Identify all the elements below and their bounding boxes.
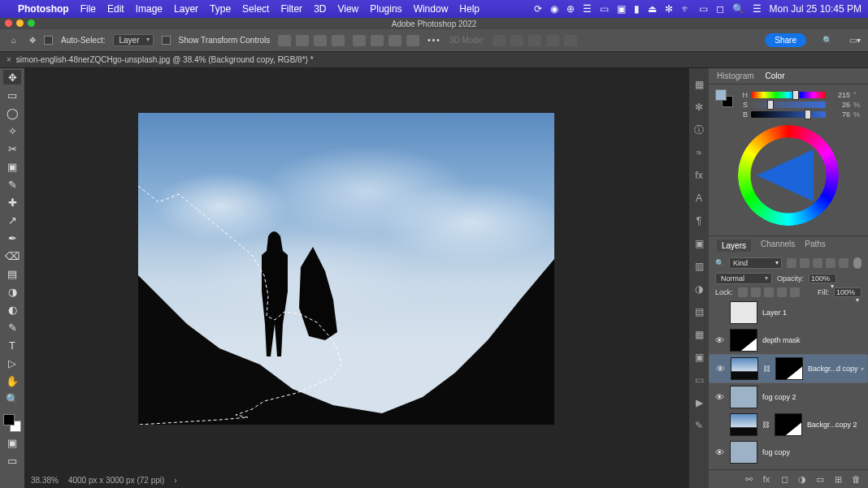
layer-thumbnail[interactable]: [730, 329, 757, 352]
layer-name[interactable]: Backgr...d copy: [808, 365, 862, 373]
filter-shape-icon[interactable]: [826, 258, 835, 268]
tab-histogram[interactable]: Histogram: [717, 71, 754, 80]
status-icon[interactable]: ✻: [665, 3, 673, 15]
layer-row[interactable]: Layer 1: [709, 299, 868, 326]
layer-name[interactable]: Layer 1: [762, 309, 863, 317]
minimize-window-button[interactable]: [16, 19, 24, 27]
panel-icon[interactable]: ▶: [692, 396, 705, 409]
marquee-tool[interactable]: ▭: [3, 88, 21, 102]
layer-thumbnail[interactable]: [731, 357, 758, 380]
align-right-icon[interactable]: [314, 35, 327, 46]
status-icon[interactable]: ☰: [583, 3, 592, 15]
eyedropper-tool[interactable]: ✎: [3, 177, 21, 192]
lock-transparent-icon[interactable]: [738, 287, 748, 297]
menu-plugins[interactable]: Plugins: [370, 3, 401, 15]
frame-tool[interactable]: ▣: [3, 159, 21, 174]
distribute-icon[interactable]: [353, 35, 366, 46]
layer-name[interactable]: depth mask: [762, 336, 863, 344]
quick-select-tool[interactable]: ✧: [3, 123, 21, 138]
layer-thumbnail[interactable]: [730, 413, 757, 436]
battery-icon[interactable]: ▭: [699, 3, 708, 15]
auto-select-checkbox[interactable]: [44, 36, 53, 45]
panel-icon[interactable]: ◑: [692, 283, 705, 296]
clock[interactable]: Mon Jul 25 10:45 PM: [770, 3, 861, 15]
workspace-switcher[interactable]: ▭▾: [848, 34, 861, 47]
mask-link-icon[interactable]: ⛓: [763, 365, 770, 373]
menu-layer[interactable]: Layer: [174, 3, 198, 15]
align-center-icon[interactable]: [296, 35, 309, 46]
layer-name[interactable]: fog copy 2: [762, 393, 863, 401]
gradient-tool[interactable]: ▤: [3, 266, 21, 281]
panel-icon[interactable]: ⓘ: [692, 123, 705, 136]
layer-name[interactable]: Backgr...copy 2: [807, 421, 863, 429]
lock-position-icon[interactable]: [764, 287, 774, 297]
status-icon[interactable]: ▭: [600, 3, 609, 15]
fx-icon[interactable]: fx: [761, 473, 772, 485]
hand-tool[interactable]: ✋: [3, 374, 21, 388]
share-button[interactable]: Share: [765, 33, 806, 47]
panel-icon[interactable]: ✻: [692, 101, 705, 114]
menu-select[interactable]: Select: [242, 3, 269, 15]
tab-color[interactable]: Color: [766, 71, 785, 80]
menu-view[interactable]: View: [337, 3, 358, 15]
visibility-toggle[interactable]: 👁: [714, 335, 725, 345]
layer-row[interactable]: ⛓Backgr...copy 2: [709, 411, 868, 438]
layer-thumbnail[interactable]: [730, 441, 757, 464]
doc-info-arrow-icon[interactable]: ›: [174, 476, 176, 485]
layers-list[interactable]: Layer 1👁depth mask👁⛓Backgr...d copy👁fog …: [709, 299, 868, 469]
move-tool[interactable]: ✥: [3, 70, 21, 84]
layer-row[interactable]: 👁fog copy 2: [709, 383, 868, 411]
panel-icon[interactable]: ▭: [692, 374, 705, 387]
visibility-toggle[interactable]: 👁: [714, 364, 726, 374]
filter-type-icon[interactable]: [813, 258, 822, 268]
clone-tool[interactable]: ✒: [3, 231, 21, 245]
layer-thumbnail[interactable]: [730, 301, 757, 324]
color-swatch[interactable]: [715, 89, 733, 107]
distribute-icon[interactable]: [371, 35, 384, 46]
dodge-tool[interactable]: ◑: [3, 284, 21, 299]
panel-icon[interactable]: fx: [692, 169, 705, 182]
blur-tool[interactable]: ◐: [3, 302, 21, 317]
color-wheel[interactable]: [738, 125, 839, 226]
menu-window[interactable]: Window: [414, 3, 449, 15]
mask-thumbnail[interactable]: [775, 357, 803, 380]
panel-icon[interactable]: ¶: [692, 214, 705, 227]
menu-3d[interactable]: 3D: [314, 3, 326, 15]
menu-filter[interactable]: Filter: [280, 3, 302, 15]
fill-field[interactable]: 100%: [834, 287, 861, 297]
brush-tool[interactable]: ↗: [3, 213, 21, 227]
layer-thumbnail[interactable]: [730, 386, 757, 408]
panel-icon[interactable]: ▤: [692, 305, 705, 318]
close-tab-button[interactable]: ×: [7, 55, 11, 64]
adjustment-icon[interactable]: ◑: [796, 473, 808, 485]
mask-icon[interactable]: ◻: [779, 473, 790, 485]
panel-icon[interactable]: ✎: [692, 419, 705, 432]
filter-adjust-icon[interactable]: [800, 258, 809, 268]
panel-icon[interactable]: ▦: [692, 78, 705, 91]
canvas-area[interactable]: 38.38% 4000 px x 3000 px (72 ppi) ›: [24, 68, 689, 488]
crop-tool[interactable]: ✂: [3, 141, 21, 156]
visibility-toggle[interactable]: 👁: [714, 447, 725, 457]
tab-channels[interactable]: Channels: [761, 240, 795, 252]
document-canvas[interactable]: [138, 113, 554, 425]
menu-image[interactable]: Image: [136, 3, 163, 15]
bri-value[interactable]: 76: [829, 110, 850, 119]
layer-name[interactable]: fog copy: [762, 448, 863, 456]
search-icon[interactable]: 🔍: [821, 34, 834, 47]
menu-edit[interactable]: Edit: [107, 3, 124, 15]
lock-artboard-icon[interactable]: [777, 287, 787, 297]
opacity-field[interactable]: 100%: [809, 274, 836, 283]
layer-filter-kind[interactable]: Kind: [729, 257, 782, 269]
healing-tool[interactable]: ✚: [3, 195, 21, 209]
mask-thumbnail[interactable]: [775, 413, 802, 436]
new-layer-icon[interactable]: ⊞: [832, 473, 844, 485]
zoom-level[interactable]: 38.38%: [31, 476, 59, 485]
group-icon[interactable]: ▭: [814, 473, 826, 485]
menu-file[interactable]: File: [80, 3, 96, 15]
move-tool-icon[interactable]: ✥: [29, 36, 36, 45]
status-icon[interactable]: ▮: [634, 3, 640, 15]
lock-all-icon[interactable]: [790, 287, 800, 297]
layer-row[interactable]: 👁depth mask: [709, 326, 868, 354]
app-name-menu[interactable]: Photoshop: [18, 3, 69, 15]
menu-type[interactable]: Type: [210, 3, 231, 15]
